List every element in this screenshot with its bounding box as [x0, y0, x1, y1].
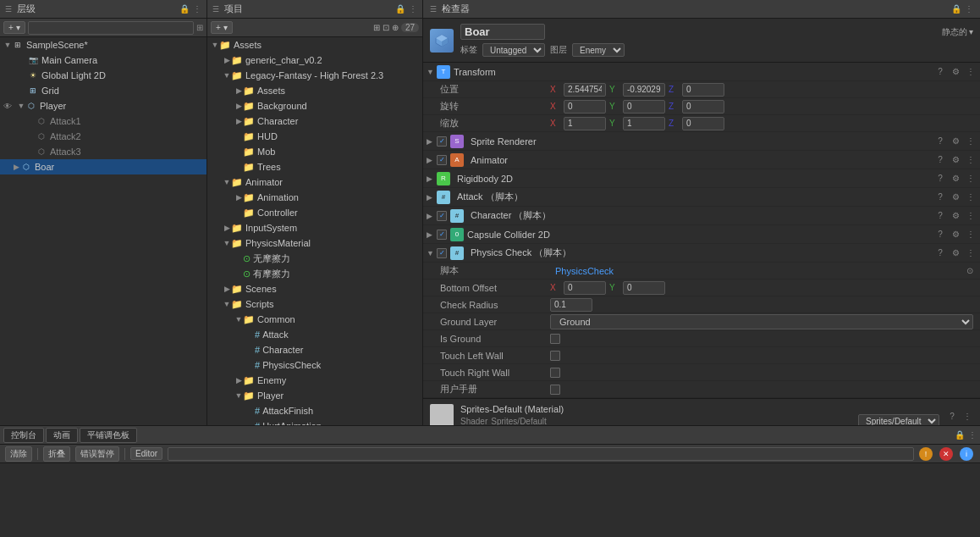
ground-layer-dropdown[interactable]: Ground — [550, 314, 973, 329]
capsule-enabled[interactable] — [437, 230, 447, 240]
tag-dropdown[interactable]: Untagged — [482, 43, 545, 57]
comp-settings-btn[interactable]: ⚙ — [950, 192, 961, 202]
comp-menu-btn[interactable]: ⋮ — [965, 192, 977, 202]
tree-item-attack1[interactable]: ⬡ Attack1 — [0, 113, 206, 129]
pos-z-input[interactable] — [682, 83, 724, 97]
tab-console[interactable]: 控制台 — [3, 428, 44, 443]
project-icon2[interactable]: ⊡ — [383, 23, 389, 32]
project-item-character-script[interactable]: # Character — [207, 342, 422, 357]
comp-help-btn[interactable]: ? — [934, 67, 946, 76]
comp-menu-btn[interactable]: ⋮ — [965, 211, 977, 220]
project-item-assets[interactable]: ▼ 📁 Assets — [207, 37, 422, 53]
shader-dropdown[interactable]: Sprites/Default — [858, 414, 939, 425]
bottom-offset-y-input[interactable] — [623, 281, 665, 295]
project-item-scenes[interactable]: ▶ 📁 Scenes — [207, 281, 422, 296]
project-item-inputsystem[interactable]: ▶ 📁 InputSystem — [207, 220, 422, 235]
project-item-hasmass[interactable]: ⊙ 有摩擦力 — [207, 266, 422, 281]
project-item-trees[interactable]: 📁 Trees — [207, 159, 422, 174]
lock-icon[interactable]: 🔒 — [955, 430, 965, 440]
transform-header[interactable]: ▼ T Transform ? ⚙ ⋮ — [423, 63, 980, 81]
project-item-common[interactable]: ▼ 📁 Common — [207, 312, 422, 327]
project-item-attackfinish[interactable]: # AttackFinish — [207, 403, 422, 418]
comp-help-btn[interactable]: ? — [934, 248, 946, 257]
project-item-attack[interactable]: # Attack — [207, 327, 422, 342]
user-manual-checkbox[interactable] — [550, 385, 560, 395]
project-item-animator[interactable]: ▼ 📁 Animator — [207, 174, 422, 190]
hierarchy-search-input[interactable] — [28, 21, 194, 35]
comp-help-btn[interactable]: ? — [934, 174, 946, 183]
project-item-physicsmaterial[interactable]: ▼ 📁 PhysicsMaterial — [207, 235, 422, 251]
pos-x-input[interactable] — [564, 83, 606, 97]
error-pause-button[interactable]: 错误暂停 — [75, 446, 119, 462]
comp-menu-btn[interactable]: ⋮ — [965, 248, 977, 257]
project-item-physicscheck-script[interactable]: # PhysicsCheck — [207, 357, 422, 373]
sprite-renderer-enabled[interactable] — [437, 136, 447, 147]
comp-help-btn[interactable]: ? — [934, 136, 946, 146]
menu-icon[interactable]: ⋮ — [968, 430, 977, 440]
touch-left-checkbox[interactable] — [550, 351, 560, 361]
comp-help-btn[interactable]: ? — [934, 192, 946, 202]
project-item-genericchar[interactable]: ▶ 📁 generic_char_v0.2 — [207, 53, 422, 68]
material-help-btn[interactable]: ? — [946, 412, 958, 421]
hierarchy-add-button[interactable]: + ▾ — [3, 21, 25, 34]
rigidbody-header[interactable]: ▶ R Rigidbody 2D ? ⚙ ⋮ — [423, 169, 980, 188]
project-item-player-folder[interactable]: ▼ 📁 Player — [207, 388, 422, 403]
comp-menu-btn[interactable]: ⋮ — [965, 174, 977, 183]
tab-tilepalette[interactable]: 平铺调色板 — [80, 428, 137, 443]
comp-settings-btn[interactable]: ⚙ — [950, 211, 961, 220]
editor-button[interactable]: Editor — [130, 447, 162, 460]
comp-menu-btn[interactable]: ⋮ — [965, 136, 977, 146]
hierarchy-lock-icon[interactable]: 🔒 — [179, 4, 190, 14]
project-icon1[interactable]: ⊞ — [373, 23, 380, 32]
comp-menu-btn[interactable]: ⋮ — [965, 230, 977, 239]
console-search-input[interactable] — [168, 447, 914, 461]
project-item-assets2[interactable]: ▶ 📁 Assets — [207, 83, 422, 98]
comp-menu-btn[interactable]: ⋮ — [965, 67, 977, 76]
tab-animation[interactable]: 动画 — [46, 428, 78, 443]
physics-check-header[interactable]: ▼ # Physics Check （脚本） ? ⚙ ⋮ — [423, 244, 980, 263]
tree-item-boar[interactable]: ▶ ⬡ Boar — [0, 159, 206, 174]
comp-menu-btn[interactable]: ⋮ — [965, 155, 977, 164]
project-item-background[interactable]: ▶ 📁 Background — [207, 98, 422, 113]
project-add-button[interactable]: + ▾ — [211, 21, 233, 34]
animator-header[interactable]: ▶ A Animator ? ⚙ ⋮ — [423, 151, 980, 169]
hierarchy-menu-icon[interactable]: ⋮ — [193, 4, 201, 14]
material-menu-btn[interactable]: ⋮ — [961, 412, 973, 421]
project-item-mob[interactable]: 📁 Mob — [207, 144, 422, 159]
comp-help-btn[interactable]: ? — [934, 230, 946, 239]
layer-dropdown[interactable]: Enemy — [572, 43, 625, 57]
project-icon3[interactable]: ⊕ — [392, 23, 399, 32]
is-ground-checkbox[interactable] — [550, 334, 560, 344]
tree-item-attack3[interactable]: ⬡ Attack3 — [0, 144, 206, 159]
inspector-menu-btn[interactable]: ⋮ — [965, 4, 973, 14]
character-enabled[interactable] — [437, 211, 447, 221]
project-item-character[interactable]: ▶ 📁 Character — [207, 113, 422, 129]
tree-item-globallight[interactable]: ☀ Global Light 2D — [0, 68, 206, 83]
project-item-scripts[interactable]: ▼ 📁 Scripts — [207, 296, 422, 312]
bottom-offset-x-input[interactable] — [564, 281, 606, 295]
pos-y-input[interactable] — [623, 83, 665, 97]
inspector-lock-icon[interactable]: 🔒 — [951, 4, 961, 14]
rot-z-input[interactable] — [682, 100, 724, 113]
character-script-header[interactable]: ▶ # Character （脚本） ? ⚙ ⋮ — [423, 207, 980, 225]
capsule-collider-header[interactable]: ▶ 0 Capsule Collider 2D ? ⚙ ⋮ — [423, 225, 980, 244]
object-name-input[interactable] — [460, 24, 545, 40]
comp-settings-btn[interactable]: ⚙ — [950, 230, 961, 239]
tree-item-attack2[interactable]: ⬡ Attack2 — [0, 129, 206, 144]
comp-settings-btn[interactable]: ⚙ — [950, 155, 961, 164]
comp-help-btn[interactable]: ? — [934, 155, 946, 164]
project-item-nomass[interactable]: ⊙ 无摩擦力 — [207, 251, 422, 266]
project-item-enemy[interactable]: ▶ 📁 Enemy — [207, 373, 422, 388]
attack-script-header[interactable]: ▶ # Attack （脚本） ? ⚙ ⋮ — [423, 188, 980, 207]
scale-x-input[interactable] — [564, 117, 606, 130]
collapse-button[interactable]: 折叠 — [43, 446, 70, 462]
rot-x-input[interactable] — [564, 100, 606, 113]
project-menu-icon[interactable]: ⋮ — [409, 4, 417, 14]
scale-y-input[interactable] — [623, 117, 665, 130]
check-radius-input[interactable] — [550, 298, 592, 312]
tree-item-grid[interactable]: ⊞ Grid — [0, 83, 206, 98]
comp-settings-btn[interactable]: ⚙ — [950, 248, 961, 257]
project-item-hud[interactable]: 📁 HUD — [207, 129, 422, 144]
comp-help-btn[interactable]: ? — [934, 211, 946, 220]
static-dropdown-icon[interactable]: ▾ — [969, 27, 973, 36]
